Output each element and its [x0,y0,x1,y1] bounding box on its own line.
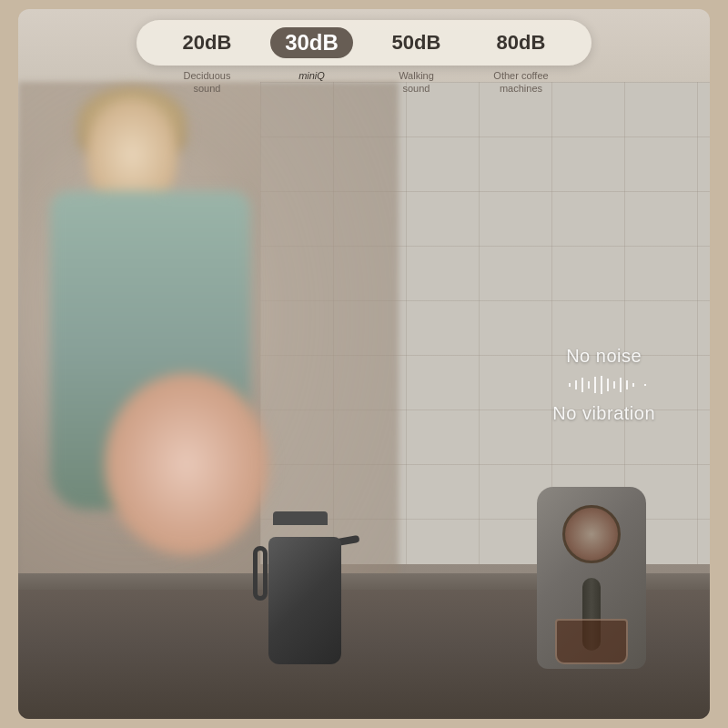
db-value: 50dB [392,31,441,55]
db-label-2: Walking sound [364,69,469,96]
db-label-1: miniQ [259,69,364,96]
wave-svg [559,374,650,396]
baby-figure [105,373,268,555]
noise-vibration-overlay: No noise [552,346,655,424]
db-item-30db: 30dB [259,27,364,58]
machine-carafe [555,619,628,664]
db-pill: 20dB30dB50dB80dB [136,20,592,66]
db-comparison-bar: 20dB30dB50dB80dB Deciduous soundminiQWal… [136,20,592,96]
kettle-handle [253,546,268,601]
electric-kettle [264,519,346,664]
db-label-3: Other coffee machines [469,69,573,96]
sound-wave-icon [552,374,655,396]
page-container: No noise [18,9,710,719]
db-item-50db: 50dB [364,31,469,55]
person-figure [32,100,287,646]
db-label-0: Deciduous sound [155,69,259,96]
kettle-body [268,537,341,664]
db-value: 80dB [497,31,546,55]
db-item-20db: 20dB [155,31,259,55]
no-noise-text: No noise [552,346,655,367]
machine-top-circle [562,505,621,563]
machine-body [537,487,646,669]
db-value: 20dB [183,31,232,55]
db-value: 30dB [270,27,353,58]
kettle-lid [273,511,328,525]
no-vibration-text: No vibration [552,403,655,424]
miniq-coffee-machine [528,469,655,669]
db-item-80db: 80dB [469,31,573,55]
